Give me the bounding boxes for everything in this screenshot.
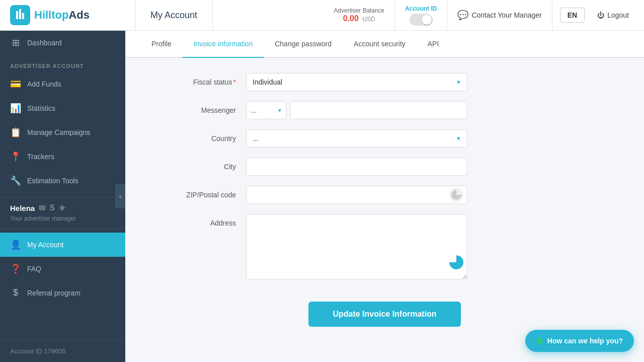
logo-text: HilltopAds: [34, 9, 90, 22]
tab-profile[interactable]: Profile: [140, 31, 183, 58]
add-funds-icon: 💳: [10, 79, 21, 90]
logo-icon: [10, 5, 30, 25]
logout-icon: ⏻: [597, 11, 604, 19]
address-spinner: [449, 255, 463, 269]
sidebar-account-id: Account ID 179605: [0, 340, 125, 362]
estimation-tools-icon: 🔧: [10, 175, 21, 186]
telegram-icon[interactable]: ✈: [59, 203, 65, 213]
country-row: Country ... United States United Kingdom…: [145, 129, 624, 148]
submit-button[interactable]: Update Invoice Information: [308, 302, 460, 327]
sidebar-item-manage-campaigns[interactable]: 📋 Manage Campaigns: [0, 120, 125, 144]
messenger-row: Messenger ... Skype Telegram WhatsApp: [145, 101, 624, 119]
account-id-toggle[interactable]: [410, 14, 433, 26]
account-id-section[interactable]: Account ID: [395, 0, 447, 31]
tab-account-security[interactable]: Account security: [343, 31, 417, 58]
sidebar-collapse-button[interactable]: ‹: [115, 184, 125, 208]
zip-control: [246, 186, 467, 204]
chat-icon: 💬: [457, 10, 468, 21]
skype-icon[interactable]: S: [49, 203, 55, 213]
sidebar-manager: Helena ✉ S ✈ Your advertiser manager: [0, 197, 125, 229]
zip-row: ZIP/Postal code: [145, 186, 624, 204]
manager-name: Helena ✉ S ✈: [10, 203, 115, 213]
tab-change-password[interactable]: Change password: [264, 31, 343, 58]
chat-online-indicator: [536, 338, 542, 344]
tab-api[interactable]: API: [417, 31, 450, 58]
manager-icons: ✉ S ✈: [39, 203, 65, 213]
address-label: Address: [145, 214, 246, 227]
manage-campaigns-icon: 📋: [10, 127, 21, 138]
city-input[interactable]: [246, 158, 467, 176]
messenger-type-wrapper: ... Skype Telegram WhatsApp: [246, 101, 286, 119]
dashboard-icon: ⊞: [10, 37, 21, 48]
fiscal-status-row: Fiscal status* Individual Company Sole P…: [145, 73, 624, 91]
fiscal-status-select[interactable]: Individual Company Sole Proprietor: [246, 73, 467, 91]
address-row: Address: [145, 214, 624, 281]
fiscal-status-control: Individual Company Sole Proprietor: [246, 73, 467, 91]
sidebar-item-dashboard[interactable]: ⊞ Dashboard: [0, 31, 125, 55]
messenger-row-inner: ... Skype Telegram WhatsApp: [246, 101, 467, 119]
city-row: City: [145, 158, 624, 176]
messenger-type-select[interactable]: ... Skype Telegram WhatsApp: [246, 101, 286, 119]
sidebar-item-statistics[interactable]: 📊 Statistics: [0, 96, 125, 120]
fiscal-status-label: Fiscal status*: [145, 73, 246, 86]
page-title: My Account: [135, 0, 213, 30]
messenger-label: Messenger: [145, 101, 246, 114]
top-header: HilltopAds My Account Advertiser Balance…: [0, 0, 644, 31]
sidebar-section-label: ADVERTISER ACCOUNT: [0, 55, 125, 72]
sidebar-item-faq[interactable]: ❓ FAQ: [0, 257, 125, 281]
messenger-input[interactable]: [290, 101, 467, 119]
referral-icon: $: [10, 287, 21, 298]
trackers-icon: 📍: [10, 151, 21, 162]
zip-spinner: [449, 188, 463, 202]
sidebar-item-my-account[interactable]: 👤 My Account: [0, 233, 125, 257]
sidebar-item-referral-program[interactable]: $ Referral program: [0, 281, 125, 305]
language-button[interactable]: EN: [560, 8, 585, 23]
invoice-form: Fiscal status* Individual Company Sole P…: [125, 58, 644, 362]
manager-role: Your advertiser manager: [10, 215, 115, 222]
country-label: Country: [145, 129, 246, 142]
zip-label: ZIP/Postal code: [145, 186, 246, 199]
logout-button[interactable]: ⏻ Logout: [592, 11, 634, 19]
messenger-control: ... Skype Telegram WhatsApp: [246, 101, 467, 119]
main-layout: ⊞ Dashboard ADVERTISER ACCOUNT 💳 Add Fun…: [0, 31, 644, 362]
faq-icon: ❓: [10, 263, 21, 274]
address-control: [246, 214, 467, 281]
city-control: [246, 158, 467, 176]
tab-invoice-information[interactable]: Invoice information: [183, 31, 264, 58]
header-right: Advertiser Balance 0.00 USD Account ID 💬…: [324, 0, 634, 31]
my-account-icon: 👤: [10, 239, 21, 250]
sidebar-item-estimation-tools[interactable]: 🔧 Estimation Tools: [0, 169, 125, 193]
chat-widget[interactable]: How can we help you?: [525, 330, 634, 352]
logo-area: HilltopAds: [10, 0, 135, 30]
city-label: City: [145, 158, 246, 171]
sidebar-item-trackers[interactable]: 📍 Trackers: [0, 144, 125, 169]
country-control: ... United States United Kingdom Germany: [246, 129, 467, 148]
sidebar-item-add-funds[interactable]: 💳 Add Funds: [0, 72, 125, 96]
tabs-bar: Profile Invoice information Change passw…: [125, 31, 644, 58]
contact-manager-button[interactable]: 💬 Contact Your Manager: [447, 0, 552, 31]
zip-input[interactable]: [246, 186, 467, 204]
chat-widget-text: How can we help you?: [547, 337, 623, 345]
content-area: Profile Invoice information Change passw…: [125, 31, 644, 362]
address-textarea[interactable]: [246, 214, 467, 279]
mail-icon[interactable]: ✉: [39, 203, 45, 213]
sidebar: ⊞ Dashboard ADVERTISER ACCOUNT 💳 Add Fun…: [0, 31, 125, 362]
statistics-icon: 📊: [10, 103, 21, 114]
advertiser-balance: Advertiser Balance 0.00 USD: [324, 0, 395, 31]
country-select[interactable]: ... United States United Kingdom Germany: [246, 129, 467, 148]
